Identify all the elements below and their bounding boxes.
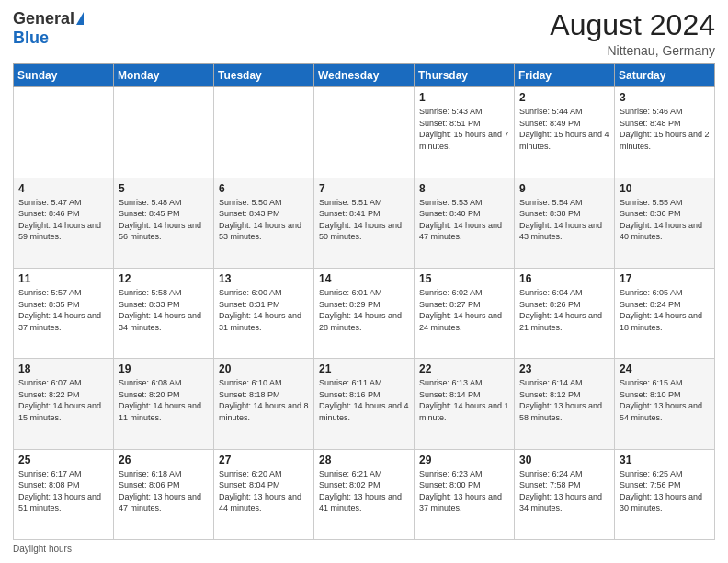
day-info: Sunrise: 5:48 AM Sunset: 8:45 PM Dayligh… xyxy=(119,197,209,243)
day-info: Sunrise: 6:00 AM Sunset: 8:31 PM Dayligh… xyxy=(219,287,309,333)
day-info: Sunrise: 5:44 AM Sunset: 8:49 PM Dayligh… xyxy=(519,106,609,152)
day-info: Sunrise: 6:21 AM Sunset: 8:02 PM Dayligh… xyxy=(319,468,409,514)
calendar-cell xyxy=(114,87,214,178)
logo-general-text: General xyxy=(13,9,74,29)
day-number: 18 xyxy=(18,362,108,375)
calendar-cell: 28Sunrise: 6:21 AM Sunset: 8:02 PM Dayli… xyxy=(314,449,415,539)
day-info: Sunrise: 6:15 AM Sunset: 8:10 PM Dayligh… xyxy=(620,377,710,423)
day-number: 8 xyxy=(419,182,509,195)
calendar-cell: 30Sunrise: 6:24 AM Sunset: 7:58 PM Dayli… xyxy=(515,449,615,539)
calendar-cell: 8Sunrise: 5:53 AM Sunset: 8:40 PM Daylig… xyxy=(415,178,515,268)
calendar-header-monday: Monday xyxy=(114,64,214,87)
day-number: 1 xyxy=(419,91,509,104)
day-info: Sunrise: 6:04 AM Sunset: 8:26 PM Dayligh… xyxy=(519,287,609,333)
calendar-cell: 21Sunrise: 6:11 AM Sunset: 8:16 PM Dayli… xyxy=(314,359,415,449)
day-number: 13 xyxy=(219,272,309,285)
day-number: 22 xyxy=(419,362,509,375)
title-block: August 2024 Nittenau, Germany xyxy=(550,9,715,58)
day-number: 4 xyxy=(18,182,108,195)
calendar-header-wednesday: Wednesday xyxy=(314,64,415,87)
day-info: Sunrise: 6:11 AM Sunset: 8:16 PM Dayligh… xyxy=(319,377,409,423)
day-number: 9 xyxy=(519,182,609,195)
calendar-cell: 16Sunrise: 6:04 AM Sunset: 8:26 PM Dayli… xyxy=(515,268,615,358)
day-info: Sunrise: 5:58 AM Sunset: 8:33 PM Dayligh… xyxy=(119,287,209,333)
day-number: 15 xyxy=(419,272,509,285)
logo-triangle-icon xyxy=(76,12,84,25)
calendar-header-thursday: Thursday xyxy=(415,64,515,87)
day-info: Sunrise: 5:57 AM Sunset: 8:35 PM Dayligh… xyxy=(18,287,108,333)
calendar-cell: 2Sunrise: 5:44 AM Sunset: 8:49 PM Daylig… xyxy=(515,87,615,178)
logo: General Blue xyxy=(13,9,84,48)
day-number: 26 xyxy=(119,454,209,466)
day-number: 27 xyxy=(219,454,309,466)
calendar-cell: 1Sunrise: 5:43 AM Sunset: 8:51 PM Daylig… xyxy=(415,87,515,178)
day-info: Sunrise: 6:18 AM Sunset: 8:06 PM Dayligh… xyxy=(119,468,209,514)
day-number: 21 xyxy=(319,362,409,375)
calendar-cell: 15Sunrise: 6:02 AM Sunset: 8:27 PM Dayli… xyxy=(415,268,515,358)
day-number: 28 xyxy=(319,454,409,466)
day-number: 25 xyxy=(18,454,108,466)
day-info: Sunrise: 6:24 AM Sunset: 7:58 PM Dayligh… xyxy=(519,468,609,514)
calendar-cell: 23Sunrise: 6:14 AM Sunset: 8:12 PM Dayli… xyxy=(515,359,615,449)
calendar-cell xyxy=(314,87,415,178)
calendar-table: SundayMondayTuesdayWednesdayThursdayFrid… xyxy=(13,63,715,540)
calendar-header-row: SundayMondayTuesdayWednesdayThursdayFrid… xyxy=(14,64,715,87)
day-info: Sunrise: 5:55 AM Sunset: 8:36 PM Dayligh… xyxy=(620,197,710,243)
calendar-week-row: 4Sunrise: 5:47 AM Sunset: 8:46 PM Daylig… xyxy=(14,178,715,268)
header: General Blue August 2024 Nittenau, Germa… xyxy=(13,9,715,58)
footer-note: Daylight hours xyxy=(13,544,715,554)
calendar-header-saturday: Saturday xyxy=(615,64,715,87)
day-number: 23 xyxy=(519,362,609,375)
day-info: Sunrise: 6:07 AM Sunset: 8:22 PM Dayligh… xyxy=(18,377,108,423)
day-info: Sunrise: 6:05 AM Sunset: 8:24 PM Dayligh… xyxy=(620,287,710,333)
calendar-cell: 3Sunrise: 5:46 AM Sunset: 8:48 PM Daylig… xyxy=(615,87,715,178)
calendar-cell: 11Sunrise: 5:57 AM Sunset: 8:35 PM Dayli… xyxy=(14,268,114,358)
logo-blue-text: Blue xyxy=(13,29,49,48)
calendar-header-friday: Friday xyxy=(515,64,615,87)
day-number: 17 xyxy=(620,272,710,285)
calendar-cell: 18Sunrise: 6:07 AM Sunset: 8:22 PM Dayli… xyxy=(14,359,114,449)
day-number: 16 xyxy=(519,272,609,285)
calendar-cell: 6Sunrise: 5:50 AM Sunset: 8:43 PM Daylig… xyxy=(214,178,314,268)
day-info: Sunrise: 6:20 AM Sunset: 8:04 PM Dayligh… xyxy=(219,468,309,514)
day-info: Sunrise: 5:47 AM Sunset: 8:46 PM Dayligh… xyxy=(18,197,108,243)
calendar-week-row: 25Sunrise: 6:17 AM Sunset: 8:08 PM Dayli… xyxy=(14,449,715,539)
day-info: Sunrise: 6:14 AM Sunset: 8:12 PM Dayligh… xyxy=(519,377,609,423)
day-number: 29 xyxy=(419,454,509,466)
day-info: Sunrise: 5:53 AM Sunset: 8:40 PM Dayligh… xyxy=(419,197,509,243)
day-info: Sunrise: 5:54 AM Sunset: 8:38 PM Dayligh… xyxy=(519,197,609,243)
day-number: 3 xyxy=(620,91,710,104)
calendar-cell: 13Sunrise: 6:00 AM Sunset: 8:31 PM Dayli… xyxy=(214,268,314,358)
day-number: 24 xyxy=(620,362,710,375)
calendar-week-row: 18Sunrise: 6:07 AM Sunset: 8:22 PM Dayli… xyxy=(14,359,715,449)
calendar-cell: 22Sunrise: 6:13 AM Sunset: 8:14 PM Dayli… xyxy=(415,359,515,449)
calendar-cell: 9Sunrise: 5:54 AM Sunset: 8:38 PM Daylig… xyxy=(515,178,615,268)
month-year: August 2024 xyxy=(550,9,715,41)
calendar-cell xyxy=(14,87,114,178)
day-info: Sunrise: 5:50 AM Sunset: 8:43 PM Dayligh… xyxy=(219,197,309,243)
calendar-header-sunday: Sunday xyxy=(14,64,114,87)
day-number: 20 xyxy=(219,362,309,375)
day-number: 12 xyxy=(119,272,209,285)
day-number: 11 xyxy=(18,272,108,285)
day-info: Sunrise: 6:02 AM Sunset: 8:27 PM Dayligh… xyxy=(419,287,509,333)
day-info: Sunrise: 6:17 AM Sunset: 8:08 PM Dayligh… xyxy=(18,468,108,514)
location: Nittenau, Germany xyxy=(550,43,715,58)
day-number: 2 xyxy=(519,91,609,104)
calendar-week-row: 1Sunrise: 5:43 AM Sunset: 8:51 PM Daylig… xyxy=(14,87,715,178)
day-info: Sunrise: 6:25 AM Sunset: 7:56 PM Dayligh… xyxy=(620,468,710,514)
calendar-cell: 24Sunrise: 6:15 AM Sunset: 8:10 PM Dayli… xyxy=(615,359,715,449)
day-info: Sunrise: 5:51 AM Sunset: 8:41 PM Dayligh… xyxy=(319,197,409,243)
calendar-cell: 5Sunrise: 5:48 AM Sunset: 8:45 PM Daylig… xyxy=(114,178,214,268)
calendar-cell: 7Sunrise: 5:51 AM Sunset: 8:41 PM Daylig… xyxy=(314,178,415,268)
calendar-cell: 17Sunrise: 6:05 AM Sunset: 8:24 PM Dayli… xyxy=(615,268,715,358)
calendar-cell: 25Sunrise: 6:17 AM Sunset: 8:08 PM Dayli… xyxy=(14,449,114,539)
day-number: 10 xyxy=(620,182,710,195)
page: General Blue August 2024 Nittenau, Germa… xyxy=(0,0,728,563)
day-number: 14 xyxy=(319,272,409,285)
calendar-cell: 14Sunrise: 6:01 AM Sunset: 8:29 PM Dayli… xyxy=(314,268,415,358)
day-number: 30 xyxy=(519,454,609,466)
calendar-cell: 20Sunrise: 6:10 AM Sunset: 8:18 PM Dayli… xyxy=(214,359,314,449)
calendar-cell: 31Sunrise: 6:25 AM Sunset: 7:56 PM Dayli… xyxy=(615,449,715,539)
day-info: Sunrise: 5:46 AM Sunset: 8:48 PM Dayligh… xyxy=(620,106,710,152)
